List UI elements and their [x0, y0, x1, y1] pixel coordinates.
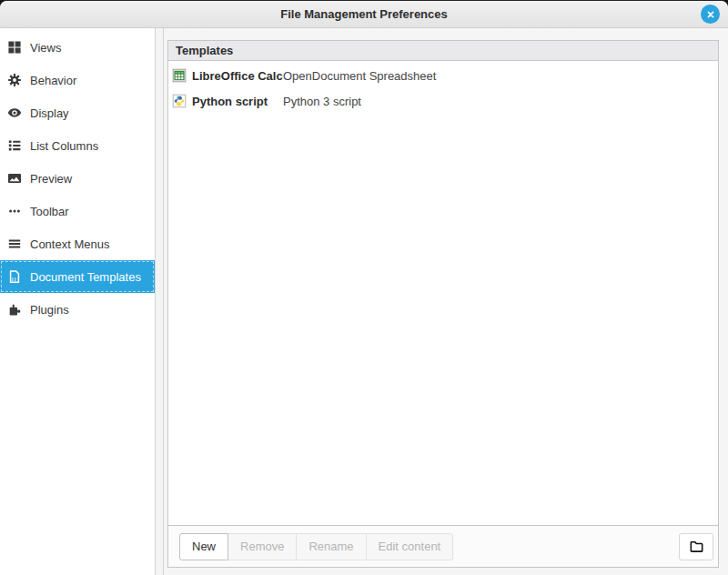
template-row-python-script[interactable]: Python scriptPython 3 script — [168, 88, 718, 114]
spreadsheet-icon — [172, 68, 187, 83]
gear-icon — [7, 73, 22, 87]
templates-header-label: Templates — [176, 44, 233, 57]
templates-frame: Templates LibreOffice CalcOpenDocument S… — [167, 40, 719, 568]
sidebar-item-list-columns[interactable]: List Columns — [0, 129, 155, 162]
sidebar-item-preview[interactable]: Preview — [0, 162, 155, 195]
close-icon — [705, 9, 716, 20]
template-description: OpenDocument Spreadsheet — [283, 69, 436, 83]
sidebar-item-label: Behavior — [30, 74, 76, 87]
sidebar-item-behavior[interactable]: Behavior — [0, 64, 155, 96]
list-columns-icon — [7, 138, 22, 153]
sidebar-item-plugins[interactable]: Plugins — [0, 293, 155, 326]
sidebar-item-views[interactable]: Views — [0, 31, 155, 64]
sidebar-item-label: Plugins — [30, 303, 69, 317]
template-name: Python script — [192, 95, 283, 108]
sidebar-item-display[interactable]: Display — [0, 96, 155, 129]
menu-icon — [7, 237, 22, 251]
main-content: Templates LibreOffice CalcOpenDocument S… — [164, 28, 728, 575]
sidebar-item-label: Preview — [30, 172, 72, 186]
image-icon — [7, 171, 22, 186]
template-name: LibreOffice Calc — [192, 69, 283, 83]
templates-list-header: Templates — [168, 41, 718, 61]
window-title: File Management Preferences — [280, 7, 448, 21]
close-button[interactable] — [701, 5, 720, 24]
sidebar: ViewsBehaviorDisplayList ColumnsPreviewT… — [0, 28, 155, 575]
titlebar: File Management Preferences — [0, 1, 728, 28]
template-description: Python 3 script — [283, 95, 361, 108]
sidebar-item-label: Display — [30, 106, 69, 120]
templates-toolbar: NewRemoveRenameEdit content — [168, 525, 718, 567]
remove-button[interactable]: Remove — [228, 533, 297, 560]
sidebar-item-label: Context Menus — [30, 237, 109, 251]
rename-button[interactable]: Rename — [296, 533, 366, 560]
dots-icon — [7, 204, 22, 218]
puzzle-icon — [7, 302, 22, 317]
sidebar-item-toolbar[interactable]: Toolbar — [0, 195, 155, 227]
new-button[interactable]: New — [179, 533, 228, 560]
pane-resize-handle[interactable] — [155, 28, 164, 575]
sidebar-item-context-menus[interactable]: Context Menus — [0, 227, 155, 260]
eye-icon — [7, 106, 22, 120]
edit-content-button[interactable]: Edit content — [366, 533, 454, 560]
grid-icon — [7, 40, 22, 55]
open-templates-folder-button[interactable] — [679, 533, 713, 560]
folder-icon — [689, 539, 704, 554]
sidebar-item-label: Document Templates — [30, 270, 141, 284]
window-body: ViewsBehaviorDisplayList ColumnsPreviewT… — [0, 28, 728, 575]
python-icon — [172, 94, 187, 108]
sidebar-item-label: Views — [30, 41, 61, 55]
templates-list: LibreOffice CalcOpenDocument Spreadsheet… — [168, 61, 718, 525]
sidebar-item-label: Toolbar — [30, 205, 69, 218]
document-icon — [7, 269, 22, 284]
templates-button-group: NewRemoveRenameEdit content — [179, 533, 453, 560]
sidebar-item-label: List Columns — [30, 139, 98, 153]
preferences-window: File Management Preferences ViewsBehavio… — [0, 0, 728, 575]
sidebar-item-document-templates[interactable]: Document Templates — [0, 260, 155, 293]
template-row-libreoffice-calc[interactable]: LibreOffice CalcOpenDocument Spreadsheet — [168, 63, 718, 88]
